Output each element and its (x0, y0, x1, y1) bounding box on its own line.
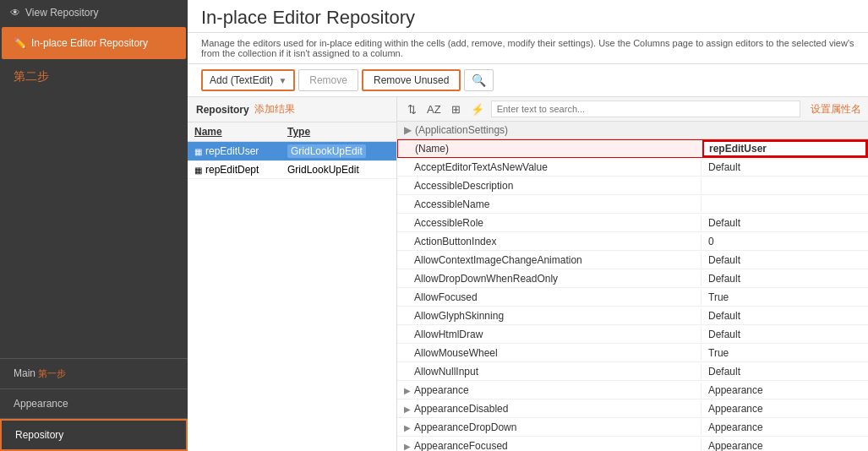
eye-icon: 👁 (10, 7, 20, 19)
repo-table: Name Type ▦ repEditUser GridLookUpEdit ▦… (188, 122, 396, 451)
repo-table-header: Name Type (188, 122, 396, 142)
repo-header-label: Repository (196, 104, 249, 116)
props-row[interactable]: AllowFocusedTrue (397, 288, 868, 307)
remove-button[interactable]: Remove (298, 69, 358, 91)
search-button[interactable]: 🔍 (464, 69, 494, 91)
page-description: Manage the editors used for in-place edi… (188, 33, 868, 64)
sidebar: 👁 View Repository ✏️ In-place Editor Rep… (0, 0, 188, 451)
toolbar: Add (TextEdit) ▼ Remove Remove Unused 🔍 (188, 64, 868, 97)
repo-col-name-header: Name (194, 126, 287, 138)
edit-icon: ✏️ (14, 37, 26, 49)
props-row[interactable]: AllowMouseWheelTrue (397, 344, 868, 362)
props-cell-name: AllowContextImageChangeAnimation (397, 253, 701, 268)
remove-unused-button[interactable]: Remove Unused (362, 69, 461, 91)
sidebar-item-appearance[interactable]: Appearance (0, 389, 188, 419)
props-row[interactable]: ▶AppearanceFocusedAppearance (397, 437, 868, 451)
repo-row-name-1: ▦ repEditDept (194, 164, 287, 176)
props-cell-value: Default (701, 253, 868, 268)
sidebar-item-inplace[interactable]: ✏️ In-place Editor Repository (2, 27, 186, 59)
props-cell-name: AllowFocused (397, 290, 701, 305)
props-cell-value: Default (701, 215, 868, 231)
expand-arrow-icon: ▶ (404, 442, 411, 451)
props-row[interactable]: AcceptEditorTextAsNewValueDefault (397, 158, 868, 177)
expand-arrow-icon: ▶ (404, 423, 411, 432)
props-rows-container: AcceptEditorTextAsNewValueDefaultAccessi… (397, 158, 868, 451)
props-row[interactable]: AllowDropDownWhenReadOnlyDefault (397, 269, 868, 288)
props-tree: ▶ (ApplicationSettings) (Name) repEditUs… (397, 122, 868, 451)
add-button-label: Add (TextEdit) (210, 74, 273, 86)
sidebar-item-main[interactable]: Main 第一步 (0, 359, 188, 389)
props-cell-name: AllowMouseWheel (397, 345, 701, 361)
props-cell-value (701, 203, 868, 206)
remove-button-label: Remove (309, 74, 347, 86)
props-cell-value: Default (701, 327, 868, 342)
props-row[interactable]: ActionButtonIndex0 (397, 232, 868, 251)
remove-unused-label: Remove Unused (374, 74, 449, 86)
props-cell-value: Default (701, 308, 868, 323)
props-cell-value: Default (701, 160, 868, 175)
sidebar-view-repo-label: View Repository (25, 7, 98, 19)
props-cell-value: Appearance (701, 420, 868, 435)
expand-arrow-icon: ▶ (404, 386, 411, 395)
props-row[interactable]: AllowGlyphSkinningDefault (397, 307, 868, 325)
sidebar-item-view-repo[interactable]: 👁 View Repository (0, 0, 188, 25)
props-az-btn[interactable]: AZ (423, 101, 445, 117)
props-cell-name: ▶AppearanceFocused (397, 438, 701, 452)
props-row[interactable]: AccessibleDescription (397, 177, 868, 195)
props-cell-name: ActionButtonIndex (397, 234, 701, 249)
main-content: In-place Editor Repository Manage the ed… (188, 0, 868, 451)
repo-row-type-0: GridLookUpEdit (287, 144, 366, 158)
props-row[interactable]: ▶AppearanceDisabledAppearance (397, 399, 868, 418)
props-cell-name: ▶AppearanceDropDown (397, 420, 701, 435)
repo-header: Repository 添加结果 (188, 97, 396, 122)
grid-icon-1: ▦ (194, 166, 202, 175)
repo-panel: Repository 添加结果 Name Type ▦ repEditUser … (188, 97, 397, 451)
props-cell-value-name: repEditUser (702, 140, 867, 157)
props-row-name[interactable]: (Name) repEditUser (397, 139, 868, 158)
repo-row-type-1: GridLookUpEdit (287, 164, 359, 176)
props-row[interactable]: AllowContextImageChangeAnimationDefault (397, 251, 868, 269)
props-cell-name: AccessibleDescription (397, 178, 701, 193)
props-cell-name: AllowDropDownWhenReadOnly (397, 271, 701, 286)
props-flash-btn[interactable]: ⚡ (467, 101, 488, 117)
props-cell-name: ▶Appearance (397, 383, 701, 398)
props-row[interactable]: ▶AppearanceDropDownAppearance (397, 418, 868, 437)
props-row[interactable]: AllowHtmlDrawDefault (397, 325, 868, 344)
sidebar-bottom: Main 第一步 Appearance Repository (0, 358, 188, 451)
props-cell-value: Default (701, 364, 868, 379)
sidebar-item-repository[interactable]: Repository (0, 419, 188, 451)
props-section-toggle: ▶ (404, 124, 412, 136)
sidebar-step2-label: 第二步 (0, 61, 188, 93)
props-cell-value: Appearance (701, 383, 868, 398)
props-search-input[interactable] (491, 101, 800, 117)
props-cell-value: Appearance (701, 438, 868, 452)
props-cell-name: AllowGlyphSkinning (397, 308, 701, 323)
table-row[interactable]: ▦ repEditUser GridLookUpEdit (188, 142, 396, 161)
props-cell-name-name: (Name) (398, 141, 702, 156)
props-cell-name: AllowNullInput (397, 364, 701, 379)
props-sort-btn[interactable]: ⇅ (404, 101, 420, 117)
props-cell-value: Appearance (701, 401, 868, 416)
table-row[interactable]: ▦ repEditDept GridLookUpEdit (188, 161, 396, 179)
props-grid-btn[interactable]: ⊞ (448, 101, 464, 117)
repo-row-name-0: ▦ repEditUser (194, 145, 287, 157)
props-cell-value: True (701, 290, 868, 305)
props-panel: ⇅ AZ ⊞ ⚡ 设置属性名 ▶ (ApplicationSettings) (… (397, 97, 868, 451)
grid-icon-0: ▦ (194, 147, 202, 156)
dropdown-arrow-icon: ▼ (278, 76, 287, 85)
props-row[interactable]: AccessibleRoleDefault (397, 214, 868, 232)
props-row[interactable]: AllowNullInputDefault (397, 362, 868, 381)
page-title: In-place Editor Repository (188, 0, 868, 33)
sidebar-spacer (0, 93, 188, 358)
repo-col-type-header: Type (287, 126, 310, 138)
props-cell-value: 0 (701, 234, 868, 249)
props-row[interactable]: AccessibleName (397, 195, 868, 214)
sidebar-appearance-label: Appearance (14, 398, 68, 410)
props-cell-name: AcceptEditorTextAsNewValue (397, 160, 701, 175)
expand-arrow-icon: ▶ (404, 405, 411, 414)
props-cell-name: AccessibleName (397, 197, 701, 212)
props-section-header[interactable]: ▶ (ApplicationSettings) (397, 122, 868, 139)
add-button[interactable]: Add (TextEdit) ▼ (201, 69, 295, 91)
sidebar-repository-label: Repository (15, 429, 63, 441)
props-row[interactable]: ▶AppearanceAppearance (397, 381, 868, 399)
